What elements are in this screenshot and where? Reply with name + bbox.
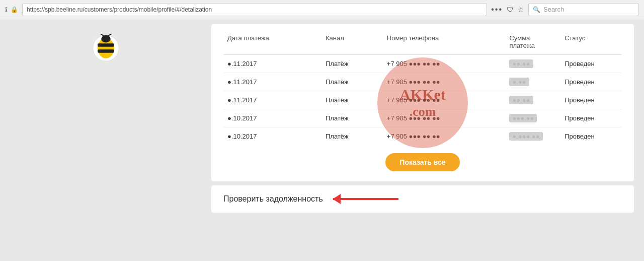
table-row: ●.11.2017Платёж+7 905 ●●● ●● ●●●.●●Прове… bbox=[223, 73, 622, 91]
cell-amount: ●.●● bbox=[505, 73, 560, 91]
page-content: AKKet .com Дата платежа Канал Номер теле… bbox=[0, 19, 644, 261]
cell-channel: Платёж bbox=[321, 91, 383, 109]
cell-date: ●.11.2017 bbox=[223, 73, 321, 91]
search-icon: 🔍 bbox=[533, 6, 540, 13]
beeline-logo bbox=[92, 34, 120, 62]
more-options-icon[interactable]: ••• bbox=[491, 5, 503, 14]
cell-phone: +7 905 ●●● ●● ●● bbox=[383, 91, 506, 109]
cell-amount: ●●●.●● bbox=[505, 109, 560, 127]
arrow-wrapper bbox=[333, 198, 398, 200]
search-placeholder: Search bbox=[543, 6, 564, 13]
col-header-amount: Сумма платежа bbox=[505, 32, 560, 55]
arrow-shaft bbox=[333, 198, 398, 200]
cell-status: Проведен bbox=[560, 127, 622, 146]
svg-rect-3 bbox=[98, 49, 114, 52]
svg-point-4 bbox=[101, 35, 110, 43]
table-header-row: Дата платежа Канал Номер телефона Сумма … bbox=[223, 32, 622, 55]
table-row: ●.11.2017Платёж+7 905 ●●● ●● ●●●●.●●Пров… bbox=[223, 91, 622, 109]
table-row: ●.10.2017Платёж+7 905 ●●● ●● ●●●●●.●●Про… bbox=[223, 109, 622, 127]
table-body: ●.11.2017Платёж+7 905 ●●● ●● ●●●●.●●Пров… bbox=[223, 55, 622, 146]
browser-chrome: ℹ 🔒 https://spb.beeline.ru/customers/pro… bbox=[0, 0, 644, 19]
cell-phone: +7 905 ●●● ●● ●● bbox=[383, 55, 506, 73]
show-all-button[interactable]: Показать все bbox=[385, 153, 459, 171]
col-header-channel: Канал bbox=[321, 32, 383, 55]
bookmark-icon[interactable]: ☆ bbox=[518, 6, 524, 14]
address-bar[interactable]: https://spb.beeline.ru/customers/product… bbox=[22, 3, 487, 16]
shield-icon[interactable]: 🛡 bbox=[507, 6, 514, 14]
cell-channel: Платёж bbox=[321, 109, 383, 127]
col-header-date: Дата платежа bbox=[223, 32, 321, 55]
cell-status: Проведен bbox=[560, 55, 622, 73]
table-row: ●.10.2017Платёж+7 905 ●●● ●● ●●●.●●●.●●П… bbox=[223, 127, 622, 146]
address-text: https://spb.beeline.ru/customers/product… bbox=[27, 6, 212, 13]
cell-phone: +7 905 ●●● ●● ●● bbox=[383, 73, 506, 91]
browser-security-icons: ℹ 🔒 bbox=[5, 6, 18, 13]
cell-phone: +7 905 ●●● ●● ●● bbox=[383, 109, 506, 127]
cell-channel: Платёж bbox=[321, 73, 383, 91]
sidebar bbox=[0, 19, 211, 261]
cell-status: Проведен bbox=[560, 73, 622, 91]
search-bar[interactable]: 🔍 Search bbox=[528, 3, 639, 16]
cell-channel: Платёж bbox=[321, 127, 383, 146]
cell-date: ●.11.2017 bbox=[223, 55, 321, 73]
cell-date: ●.10.2017 bbox=[223, 109, 321, 127]
payment-card: AKKet .com Дата платежа Канал Номер теле… bbox=[211, 24, 634, 181]
table-row: ●.11.2017Платёж+7 905 ●●● ●● ●●●●.●●Пров… bbox=[223, 55, 622, 73]
debt-card: Проверить задолженность bbox=[211, 185, 634, 213]
cell-date: ●.10.2017 bbox=[223, 127, 321, 146]
cell-amount: ●.●●●.●● bbox=[505, 127, 560, 146]
arrow-head bbox=[333, 194, 341, 204]
cell-date: ●.11.2017 bbox=[223, 91, 321, 109]
cell-status: Проведен bbox=[560, 91, 622, 109]
cell-amount: ●●.●● bbox=[505, 55, 560, 73]
cell-channel: Платёж bbox=[321, 55, 383, 73]
main-content: AKKet .com Дата платежа Канал Номер теле… bbox=[211, 19, 644, 261]
cell-phone: +7 905 ●●● ●● ●● bbox=[383, 127, 506, 146]
lock-icon: 🔒 bbox=[11, 6, 18, 13]
info-icon: ℹ bbox=[5, 6, 8, 13]
debt-label[interactable]: Проверить задолженность bbox=[223, 194, 323, 204]
cell-status: Проведен bbox=[560, 109, 622, 127]
browser-actions: ••• 🛡 ☆ bbox=[491, 5, 524, 14]
cell-amount: ●●.●● bbox=[505, 91, 560, 109]
col-header-status: Статус bbox=[560, 32, 622, 55]
payment-table: Дата платежа Канал Номер телефона Сумма … bbox=[223, 32, 622, 145]
svg-rect-2 bbox=[98, 43, 114, 46]
col-header-phone: Номер телефона bbox=[383, 32, 506, 55]
